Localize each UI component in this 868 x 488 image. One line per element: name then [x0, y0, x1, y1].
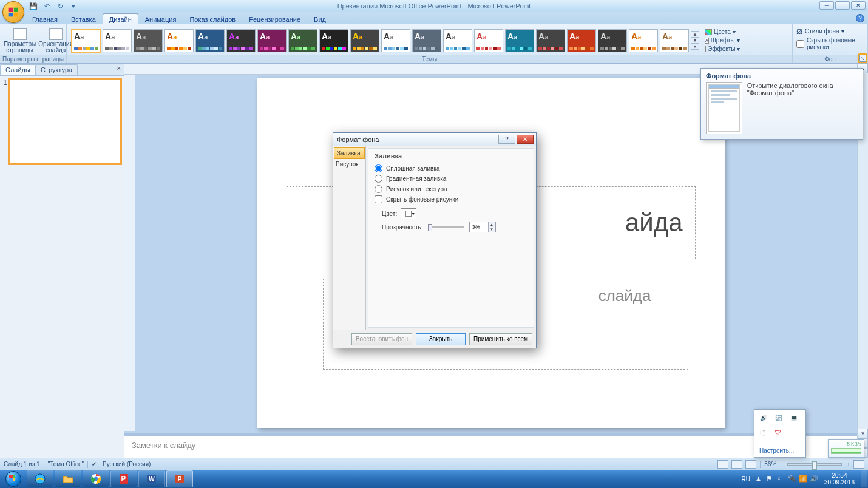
transparency-input[interactable]	[470, 222, 488, 232]
checkbox-hide-bg[interactable]	[375, 195, 382, 203]
transparency-spinner: ▲▼	[469, 222, 496, 232]
dialog-category-list: Заливка Рисунок	[333, 146, 366, 330]
dialog-apply-all-button[interactable]: Применить ко всем	[469, 333, 532, 345]
spinner-up-icon[interactable]: ▲	[489, 222, 495, 227]
radio-picture-fill[interactable]	[375, 185, 382, 193]
label-hide-bg[interactable]: Скрыть фоновые рисунки	[386, 196, 458, 203]
dialog-reset-button: Восстановить фон	[351, 333, 412, 345]
dialog-title-text: Формат фона	[337, 136, 379, 143]
dialog-help-button[interactable]: ?	[498, 135, 515, 144]
label-picture-fill[interactable]: Рисунок или текстура	[386, 186, 447, 192]
dialog-content: Заливка Сплошная заливка Градиентная зал…	[368, 148, 534, 328]
color-label: Цвет:	[382, 211, 397, 217]
radio-solid-fill[interactable]	[375, 164, 382, 172]
dialog-button-row: Восстановить фон Закрыть Применить ко вс…	[333, 330, 536, 348]
spinner-down-icon[interactable]: ▼	[489, 227, 495, 232]
dialog-cat-fill[interactable]: Заливка	[334, 147, 365, 159]
dialog-cat-picture[interactable]: Рисунок	[333, 159, 365, 169]
label-solid-fill[interactable]: Сплошная заливка	[386, 165, 439, 172]
dialog-titlebar[interactable]: Формат фона ? ✕	[333, 133, 536, 146]
dialog-close-button[interactable]: ✕	[517, 135, 534, 144]
transparency-label: Прозрачность:	[382, 224, 423, 231]
modal-veil: Формат фона ? ✕ Заливка Рисунок Заливка …	[0, 0, 868, 488]
color-dropdown[interactable]: ▼	[401, 208, 416, 219]
label-gradient-fill[interactable]: Градиентная заливка	[386, 175, 446, 182]
transparency-slider[interactable]	[428, 223, 464, 231]
dialog-heading: Заливка	[375, 152, 527, 160]
dialog-close-btn[interactable]: Закрыть	[416, 333, 466, 345]
radio-gradient-fill[interactable]	[375, 175, 382, 183]
format-background-dialog: Формат фона ? ✕ Заливка Рисунок Заливка …	[333, 132, 537, 348]
chevron-down-icon: ▼	[411, 212, 415, 216]
